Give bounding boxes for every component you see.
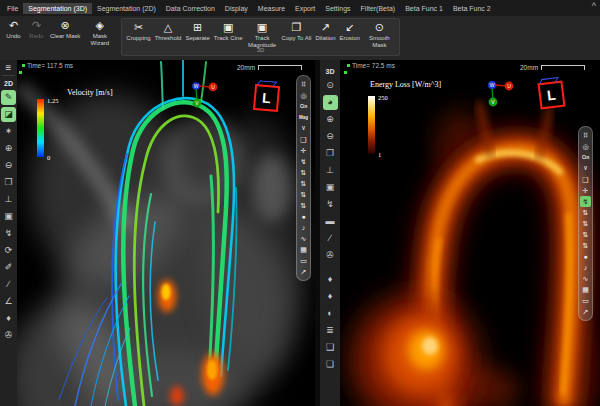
audio-button[interactable]: ♪ — [298, 222, 309, 233]
expand-button[interactable]: ↗ — [580, 306, 591, 317]
eraser-tool[interactable]: ◪ — [1, 107, 16, 122]
export-report-tool[interactable]: ❏ — [323, 357, 338, 372]
bolt-tool[interactable]: ↯ — [323, 197, 338, 212]
menu-item-segmentation-2d[interactable]: Segmentation (2D) — [92, 3, 161, 14]
camera-tool[interactable]: ✇ — [323, 248, 338, 263]
line-tool[interactable]: ∕ — [1, 277, 16, 292]
toggle-button[interactable]: ▭ — [298, 255, 309, 266]
orientation-label: L — [261, 88, 271, 109]
zoom-in-tool[interactable]: ⊕ — [323, 112, 338, 127]
zoom-out-tool[interactable]: ⊖ — [1, 158, 16, 173]
step-d-button[interactable]: ⇅ — [298, 200, 309, 211]
volume-v-button[interactable]: V — [298, 123, 309, 134]
droplet-tool[interactable]: ♦ — [323, 272, 338, 287]
focus-button[interactable]: ◎ — [580, 141, 591, 152]
redo-button[interactable]: ↷ Redo — [25, 18, 48, 47]
angle-tool[interactable]: ∠ — [1, 294, 16, 309]
menu-item-filter-beta[interactable]: Filter(Beta) — [356, 3, 401, 14]
bolt-button[interactable]: ↯ — [298, 156, 309, 167]
collapse-ribbon-icon[interactable]: ^ — [592, 1, 596, 11]
grid-button[interactable]: ▦ — [580, 284, 591, 295]
track-magnitude-button[interactable]: ▣ Track Magnitude — [245, 20, 280, 49]
pan-button[interactable]: ✛ — [298, 145, 309, 156]
menu-item-file[interactable]: File — [2, 3, 23, 14]
layers-tool[interactable]: ❐ — [323, 146, 338, 161]
orientation-cube[interactable]: L — [253, 84, 280, 112]
audio-button[interactable]: ♪ — [580, 262, 591, 273]
power-tool[interactable]: ⊙ — [323, 78, 338, 93]
step-c-button[interactable]: ⇅ — [580, 229, 591, 240]
bolt-tool[interactable]: ↯ — [1, 226, 16, 241]
clear-mask-button[interactable]: ⊗ Clear Mask — [48, 18, 82, 47]
zoom-out-tool[interactable]: ⊖ — [323, 129, 338, 144]
copy-to-all-button[interactable]: ❐ Copy To All — [280, 20, 314, 49]
pan-button[interactable]: ✛ — [580, 185, 591, 196]
undo-button[interactable]: ↶ Undo — [2, 18, 25, 47]
settings-list-tool[interactable]: ≣ — [323, 323, 338, 338]
droplet-add-tool[interactable]: ♦ — [323, 289, 338, 304]
sync-tool[interactable]: ⟳ — [1, 243, 16, 258]
snapshot-button[interactable]: ❑ — [580, 174, 591, 185]
contrast-tool[interactable]: ◐ — [323, 306, 338, 321]
brush-tool[interactable]: ✎ — [1, 90, 16, 105]
cine-button[interactable]: Cin — [580, 152, 591, 163]
eyedropper-tool[interactable]: ✐ — [1, 260, 16, 275]
step-d-button[interactable]: ⇅ — [580, 240, 591, 251]
wave-button[interactable]: ∿ — [580, 273, 591, 284]
menu-item-export[interactable]: Export — [290, 3, 320, 14]
mask-wizard-button[interactable]: ◈ Mask Wizard — [82, 18, 117, 47]
cine-marker-icon — [344, 71, 347, 74]
step-a-button[interactable]: ⇅ — [298, 167, 309, 178]
smooth-mask-button[interactable]: ⊙ Smooth Mask — [362, 20, 397, 49]
separate-button[interactable]: ⊞ Separate — [183, 20, 211, 49]
wave-button[interactable]: ∿ — [298, 233, 309, 244]
menu-item-beta-func-1[interactable]: Beta Func 1 — [400, 3, 448, 14]
sphere-tool[interactable]: ◕ — [323, 95, 338, 110]
menu-item-measure[interactable]: Measure — [253, 3, 290, 14]
portrait-tool[interactable]: ▣ — [323, 180, 338, 195]
menu-item-segmentation-3d[interactable]: Segmentation (3D) — [23, 3, 92, 14]
step-b-button[interactable]: ⇅ — [580, 218, 591, 229]
toolbar-group-label: 3D — [124, 47, 396, 55]
menu-item-display[interactable]: Display — [220, 3, 253, 14]
stamp-tool[interactable]: ⊥ — [1, 192, 16, 207]
zoom-in-tool[interactable]: ⊕ — [1, 141, 16, 156]
volume-v-button[interactable]: V — [580, 163, 591, 174]
line-tool[interactable]: ∕ — [323, 231, 338, 246]
expand-button[interactable]: ↗ — [298, 266, 309, 277]
track-cine-button[interactable]: ▣ Track Cine — [212, 20, 245, 49]
focus-button[interactable]: ◎ — [298, 90, 309, 101]
step-b-button[interactable]: ⇅ — [298, 178, 309, 189]
toggle-button[interactable]: ▭ — [580, 295, 591, 306]
snapshot-button[interactable]: ❑ — [298, 134, 309, 145]
threshold-button[interactable]: △ Threshold — [153, 20, 184, 49]
menu-item-data-correction[interactable]: Data Correction — [161, 3, 220, 14]
menu-item-settings[interactable]: Settings — [320, 3, 355, 14]
record-button[interactable]: ● — [298, 211, 309, 222]
stamp-tool[interactable]: ⊥ — [323, 163, 338, 178]
export-cine-tool[interactable]: ❑ — [323, 340, 338, 355]
magic-wand-tool[interactable]: ✶ — [1, 124, 16, 139]
step-c-button[interactable]: ⇅ — [298, 189, 309, 200]
menu-item-beta-func-2[interactable]: Beta Func 2 — [448, 3, 496, 14]
step-a-button[interactable]: ⇅ — [580, 207, 591, 218]
bolt-button[interactable]: ↯ — [580, 196, 591, 207]
camera-icon: ✇ — [5, 328, 13, 343]
grip-button[interactable]: ⠿ — [580, 130, 591, 141]
erosion-button[interactable]: ↙ Erosion — [337, 20, 361, 49]
grid-button[interactable]: ▦ — [298, 244, 309, 255]
dilation-button[interactable]: ↗ Dilation — [313, 20, 337, 49]
sidebar-menu-icon[interactable]: ≡ — [6, 62, 12, 73]
camera-tool[interactable]: ✇ — [1, 328, 16, 343]
magnitude-button[interactable]: Mag — [298, 112, 309, 123]
record-button[interactable]: ● — [580, 251, 591, 262]
cine-button[interactable]: Cin — [298, 101, 309, 112]
droplet-tool[interactable]: ♦ — [1, 311, 16, 326]
cropping-button[interactable]: ✂ Cropping — [124, 20, 152, 49]
portrait-tool[interactable]: ▣ — [1, 209, 16, 224]
grip-button[interactable]: ⠿ — [298, 79, 309, 90]
capsule-tool[interactable]: ▬ — [323, 214, 338, 229]
layers-tool[interactable]: ❐ — [1, 175, 16, 190]
orientation-cube[interactable]: L — [538, 81, 566, 110]
cine-marker-icon — [19, 71, 22, 74]
